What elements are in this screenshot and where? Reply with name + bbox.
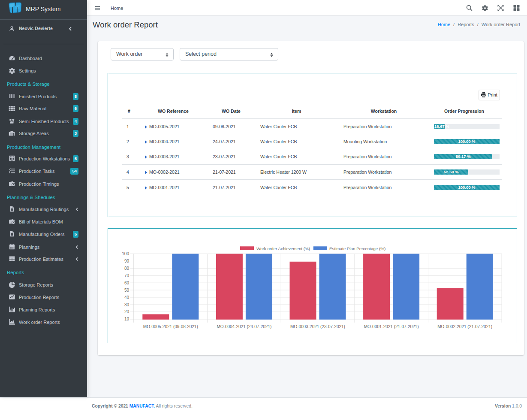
svg-text:100: 100 — [122, 251, 129, 256]
svg-text:Work order Achievement (%): Work order Achievement (%) — [256, 246, 310, 251]
svg-text:MO-0005-2021 (09-08-2021): MO-0005-2021 (09-08-2021) — [143, 324, 198, 329]
svg-text:Estimate Plan Percentage (%): Estimate Plan Percentage (%) — [329, 246, 385, 251]
svg-text:30: 30 — [124, 302, 129, 307]
svg-text:50: 50 — [124, 288, 129, 293]
svg-text:60: 60 — [124, 281, 129, 285]
svg-text:MO-0002-2021 (21-07-2021): MO-0002-2021 (21-07-2021) — [437, 324, 492, 329]
svg-text:80: 80 — [124, 266, 129, 271]
svg-text:10: 10 — [124, 317, 129, 321]
svg-text:90: 90 — [124, 259, 129, 263]
svg-text:40: 40 — [124, 295, 129, 300]
svg-text:MO-0001-2021 (21-07-2021): MO-0001-2021 (21-07-2021) — [364, 324, 419, 329]
svg-text:MO-0003-2021 (23-07-2021): MO-0003-2021 (23-07-2021) — [290, 324, 345, 329]
svg-text:70: 70 — [124, 273, 129, 278]
svg-text:20: 20 — [124, 309, 129, 314]
svg-text:MO-0004-2021 (24-07-2021): MO-0004-2021 (24-07-2021) — [217, 324, 271, 329]
